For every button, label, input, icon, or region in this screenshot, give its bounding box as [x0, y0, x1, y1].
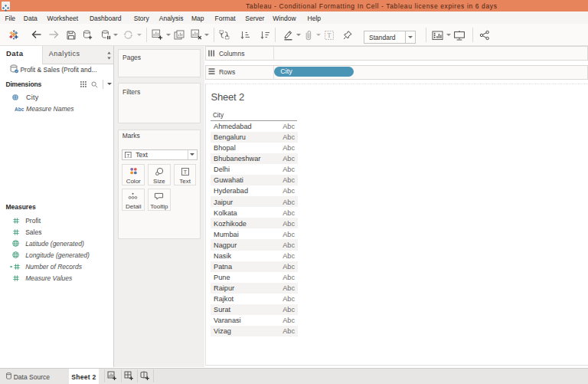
svg-text:T: T	[328, 32, 332, 39]
svg-text:T: T	[184, 169, 188, 175]
svg-text:T: T	[127, 152, 130, 157]
